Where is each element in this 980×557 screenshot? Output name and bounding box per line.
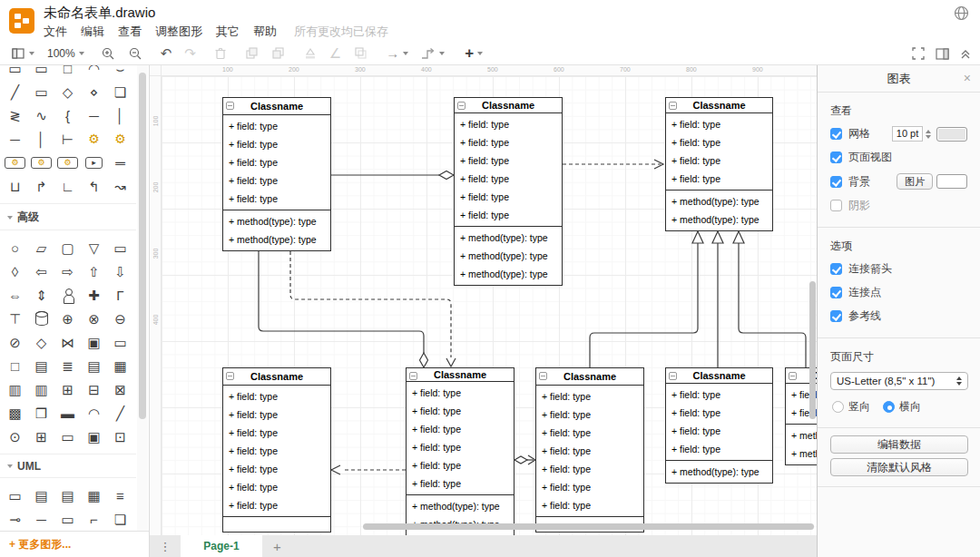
shape-window[interactable]: ❒ bbox=[28, 401, 54, 425]
class-method[interactable]: + method(type): type bbox=[455, 265, 562, 283]
shape-gear-rounded[interactable]: ⚙ bbox=[54, 151, 81, 174]
shape-list[interactable]: ▤ bbox=[28, 354, 54, 377]
class-field[interactable]: + field: type bbox=[666, 133, 772, 151]
class-title-bar[interactable]: Classname bbox=[666, 98, 772, 113]
menu-file[interactable]: 文件 bbox=[44, 24, 67, 40]
shape-gear-button[interactable]: ⚙ bbox=[2, 151, 28, 174]
shape-square[interactable]: □ bbox=[54, 65, 81, 80]
shape-circle-plus[interactable]: ⊕ bbox=[54, 307, 81, 330]
shape-arrow-vertical[interactable]: ⇕ bbox=[28, 283, 54, 307]
collapse-icon[interactable] bbox=[669, 372, 677, 380]
shape-arrow-down[interactable]: ⇩ bbox=[107, 259, 133, 283]
shape-grid-box[interactable]: ▦ bbox=[107, 354, 133, 377]
shape-bar[interactable]: ▬ bbox=[54, 401, 81, 425]
shape-rounded-box[interactable]: ▢ bbox=[54, 236, 81, 259]
shape-dot-box[interactable]: ⊡ bbox=[107, 425, 133, 448]
grid-checkbox[interactable] bbox=[830, 128, 842, 140]
class-field[interactable]: + field: type bbox=[455, 133, 562, 151]
menu-edit[interactable]: 编辑 bbox=[81, 24, 104, 40]
shape-run-item[interactable]: ▸ bbox=[81, 151, 107, 174]
shape-shaded-box[interactable]: ▩ bbox=[2, 401, 28, 425]
class-field[interactable]: + field: type bbox=[536, 478, 643, 496]
uml-link[interactable]: ⊸ bbox=[2, 507, 28, 531]
format-panel-toggle-button[interactable] bbox=[936, 48, 949, 60]
to-front-button[interactable] bbox=[245, 46, 259, 60]
shape-arrow-up[interactable]: ⇧ bbox=[81, 259, 107, 283]
shape-arrow-left[interactable]: ⇦ bbox=[28, 259, 54, 283]
background-color-swatch[interactable] bbox=[936, 174, 967, 189]
class-field[interactable]: + field: type bbox=[536, 496, 643, 514]
class-field[interactable]: + field: type bbox=[407, 402, 514, 420]
uml-class-box-4[interactable]: Classname+ field: type+ field: type+ fie… bbox=[222, 367, 331, 533]
class-field[interactable]: + field: type bbox=[666, 115, 772, 133]
shape-cross[interactable]: ✚ bbox=[81, 283, 107, 307]
shape-corner-l[interactable]: Γ bbox=[107, 283, 133, 307]
more-shapes-button[interactable]: + 更多图形... bbox=[0, 531, 150, 557]
connection-style-button[interactable]: → bbox=[386, 46, 408, 61]
grid-size-input[interactable]: 10 pt bbox=[892, 126, 923, 142]
shape-gear-alt[interactable]: ⚙ bbox=[107, 127, 133, 151]
shape-pill[interactable]: ▭ bbox=[107, 236, 133, 259]
zoom-in-button[interactable] bbox=[101, 46, 115, 61]
collapse-icon[interactable] bbox=[539, 372, 547, 380]
shape-tee[interactable]: ⊤ bbox=[2, 307, 28, 330]
shape-actor[interactable] bbox=[54, 283, 81, 307]
class-method[interactable]: + method(type): type bbox=[407, 497, 514, 515]
page-size-select[interactable]: US-Letter (8,5" x 11") bbox=[830, 372, 968, 390]
insert-button[interactable]: + bbox=[465, 44, 483, 63]
class-title-bar[interactable]: Classname bbox=[223, 368, 330, 386]
shape-wave-line[interactable]: ∿ bbox=[28, 103, 54, 127]
shape-vertical-edge[interactable]: │ bbox=[28, 127, 54, 151]
class-method[interactable]: + method(type): type bbox=[223, 230, 330, 249]
shape-vertical-stripes[interactable]: ▥ bbox=[2, 377, 28, 401]
fill-color-button[interactable] bbox=[303, 46, 317, 60]
clear-default-style-button[interactable]: 清除默认风格 bbox=[830, 458, 968, 476]
shape-gear-list-item[interactable]: ⚙ bbox=[28, 151, 54, 174]
shape-gear[interactable]: ⚙ bbox=[81, 127, 107, 151]
uml-class-box-1[interactable]: Classname+ field: type+ field: type+ fie… bbox=[222, 97, 331, 251]
class-method[interactable]: + method(type): type bbox=[786, 426, 817, 445]
collapse-toolbar-button[interactable] bbox=[960, 48, 971, 59]
shape-diamond[interactable]: ⋄ bbox=[81, 80, 107, 103]
class-field[interactable]: + field: type bbox=[223, 190, 330, 208]
shape-rounded-rectangle[interactable]: ▭ bbox=[28, 65, 54, 80]
view-panels-button[interactable] bbox=[11, 46, 34, 61]
shape-cube[interactable]: ❏ bbox=[107, 80, 133, 103]
collapse-icon[interactable] bbox=[789, 372, 797, 380]
collapse-icon[interactable] bbox=[226, 372, 234, 380]
class-title-bar[interactable]: Classname bbox=[223, 98, 330, 115]
class-method[interactable]: + method(type): type bbox=[666, 192, 772, 210]
class-field[interactable]: + field: type bbox=[455, 206, 562, 224]
shape-circle[interactable]: ○ bbox=[2, 236, 28, 259]
class-field[interactable]: + field: type bbox=[536, 460, 643, 478]
uml-class-box-6[interactable]: Classname+ field: type+ field: type+ fie… bbox=[535, 367, 644, 533]
collapse-icon[interactable] bbox=[409, 372, 417, 380]
class-method[interactable]: + method(type): type bbox=[666, 463, 772, 481]
uml-association[interactable]: ─ bbox=[28, 507, 54, 531]
shape-org-chart[interactable]: ⊞ bbox=[54, 377, 81, 401]
zoom-out-button[interactable] bbox=[128, 46, 142, 61]
shape-circle-slash[interactable]: ⊘ bbox=[2, 330, 28, 354]
shape-columns[interactable]: ▥ bbox=[28, 377, 54, 401]
class-field[interactable]: + field: type bbox=[455, 188, 562, 206]
class-field[interactable]: + field: type bbox=[223, 478, 330, 496]
uml-title-frame[interactable]: ⌐ bbox=[81, 507, 107, 531]
shape-line[interactable]: ╱ bbox=[2, 80, 28, 103]
shape-line-ends[interactable]: ⊢ bbox=[54, 127, 81, 151]
connector-aggregation-left[interactable] bbox=[259, 251, 424, 353]
class-title-bar[interactable]: Classname bbox=[407, 368, 514, 382]
class-field[interactable]: + field: type bbox=[223, 135, 330, 153]
shape-database[interactable] bbox=[28, 307, 54, 330]
to-back-button[interactable] bbox=[271, 46, 285, 60]
shape-double-line[interactable]: ═ bbox=[107, 151, 133, 174]
waypoint-style-button[interactable] bbox=[421, 47, 445, 60]
background-image-button[interactable]: 图片 bbox=[897, 173, 933, 190]
class-field[interactable]: + field: type bbox=[666, 422, 772, 440]
shape-curve[interactable]: ⌣ bbox=[107, 65, 133, 80]
shape-container[interactable]: ⊔ bbox=[2, 174, 28, 198]
shape-hexagon[interactable]: ◊ bbox=[2, 259, 28, 283]
shape-vertical-line[interactable]: │ bbox=[107, 103, 133, 127]
shape-arc[interactable]: ◠ bbox=[81, 65, 107, 80]
shape-circle-minus[interactable]: ⊖ bbox=[107, 307, 133, 330]
shape-dashed-line[interactable]: ─ bbox=[2, 127, 28, 151]
